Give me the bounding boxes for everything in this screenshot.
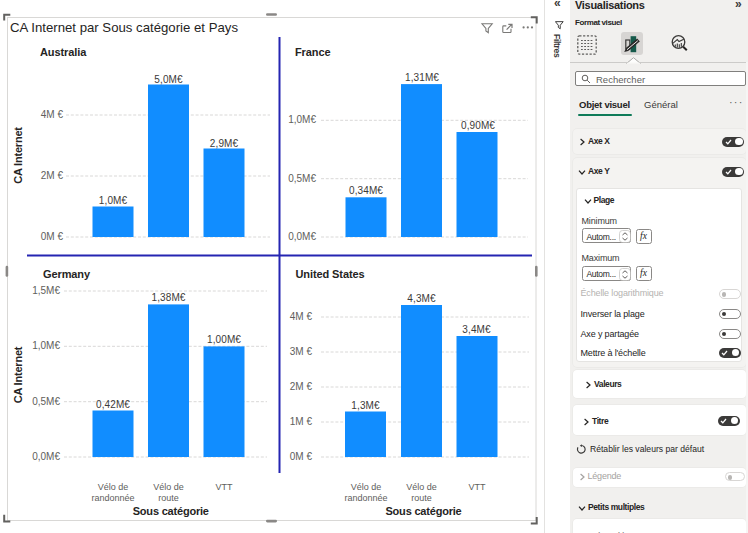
svg-text:3,4M€: 3,4M€	[462, 324, 491, 335]
svg-text:route: route	[158, 493, 179, 503]
svg-text:Germany: Germany	[43, 268, 91, 280]
svg-text:randonnée: randonnée	[91, 493, 134, 503]
svg-text:Vélo de: Vélo de	[98, 482, 129, 492]
svg-text:route: route	[411, 493, 432, 503]
svg-text:randonnée: randonnée	[344, 493, 387, 503]
svg-text:0M €: 0M €	[290, 451, 313, 462]
svg-text:3M €: 3M €	[290, 346, 313, 357]
svg-text:Vélo de: Vélo de	[351, 482, 382, 492]
svg-text:1M €: 1M €	[290, 416, 313, 427]
svg-text:4M €: 4M €	[290, 311, 313, 322]
svg-text:1,0M€: 1,0M€	[288, 114, 316, 125]
svg-text:5,0M€: 5,0M€	[154, 74, 183, 85]
svg-text:Vélo de: Vélo de	[153, 482, 184, 492]
svg-text:1,38M€: 1,38M€	[152, 292, 186, 303]
svg-text:United States: United States	[296, 268, 365, 280]
svg-text:0,0M€: 0,0M€	[288, 231, 316, 242]
svg-text:1,31M€: 1,31M€	[405, 72, 439, 83]
svg-text:2M €: 2M €	[41, 170, 64, 181]
svg-text:4,3M€: 4,3M€	[407, 293, 436, 304]
svg-text:4M €: 4M €	[41, 109, 64, 120]
svg-text:1,00M€: 1,00M€	[207, 334, 241, 345]
svg-text:Sous catégorie: Sous catégorie	[133, 505, 209, 517]
svg-text:1,0M€: 1,0M€	[99, 195, 128, 206]
svg-text:Australia: Australia	[40, 46, 87, 58]
svg-text:0,90M€: 0,90M€	[461, 120, 495, 131]
svg-text:VTT: VTT	[216, 482, 234, 492]
svg-text:0M €: 0M €	[41, 231, 64, 242]
svg-text:CA Internet: CA Internet	[12, 127, 24, 184]
svg-text:Vélo de: Vélo de	[406, 482, 437, 492]
svg-text:France: France	[295, 46, 330, 58]
svg-text:0,0M€: 0,0M€	[32, 451, 60, 462]
svg-text:1,0M€: 1,0M€	[32, 340, 60, 351]
svg-text:1,3M€: 1,3M€	[351, 400, 380, 411]
svg-text:0,5M€: 0,5M€	[288, 173, 316, 184]
svg-text:2M €: 2M €	[290, 381, 313, 392]
svg-text:CA Internet par Sous catégorie: CA Internet par Sous catégorie et Pays	[10, 20, 238, 35]
svg-text:2,9M€: 2,9M€	[210, 138, 239, 149]
svg-text:VTT: VTT	[469, 482, 487, 492]
svg-text:0,42M€: 0,42M€	[96, 399, 130, 410]
svg-text:0,5M€: 0,5M€	[32, 396, 60, 407]
svg-text:CA Internet: CA Internet	[12, 346, 24, 403]
svg-text:Sous catégorie: Sous catégorie	[385, 505, 461, 517]
svg-text:0,34M€: 0,34M€	[349, 185, 383, 196]
svg-text:1,5M€: 1,5M€	[32, 285, 60, 296]
